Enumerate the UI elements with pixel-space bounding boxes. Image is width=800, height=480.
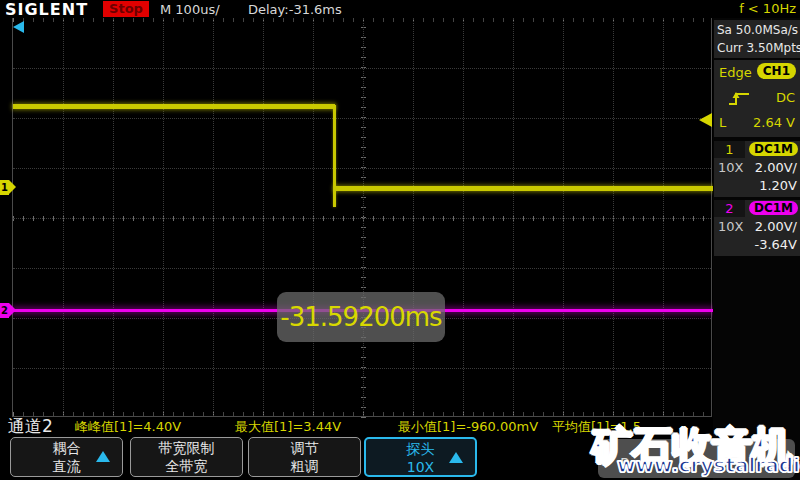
trigger-info-box: Edge CH1 DC L 2.64 V <box>714 60 800 137</box>
softkey-bandwidth-title: 带宽限制 <box>131 440 242 458</box>
grid-hline <box>13 268 711 269</box>
ch1-trace-high-segment <box>13 104 335 109</box>
ch1-number: 1 <box>714 141 745 158</box>
ch1-probe-ratio: 10X <box>718 160 743 175</box>
grid-vline <box>613 18 614 416</box>
ch1-ground-marker: 1 <box>0 180 9 195</box>
top-status-bar: SIGLENT Stop M 100us/ Delay:-31.6ms f < … <box>0 0 800 18</box>
graticule <box>12 17 712 417</box>
measurement-pkpk: 峰峰值[1]=4.40V <box>75 418 181 436</box>
ch1-offset: 1.20V <box>759 178 797 193</box>
watermark-url: www.crystalradio.cn <box>617 453 800 477</box>
grid-vline <box>513 18 514 416</box>
ch2-number: 2 <box>714 200 745 217</box>
grid-vline <box>563 18 564 416</box>
ch2-probe-ratio: 10X <box>718 219 743 234</box>
ch1-trace-low-segment <box>334 186 713 191</box>
grid-vline <box>663 18 664 416</box>
ch1-info-box[interactable]: 1 DC1M 10X 2.00V/ 1.20V <box>714 141 800 197</box>
ch1-coupling-badge: DC1M <box>749 142 798 156</box>
delay-overlay-box: -31.59200ms <box>277 292 445 342</box>
softkey-bandwidth-limit[interactable]: 带宽限制 全带宽 <box>130 437 243 477</box>
delay-readout: Delay:-31.6ms <box>248 2 342 17</box>
run-state-badge[interactable]: Stop <box>103 1 149 17</box>
grid-vline <box>163 18 164 416</box>
trigger-position-marker-icon <box>13 21 24 33</box>
softkey-bandwidth-value: 全带宽 <box>131 458 242 476</box>
rising-edge-icon <box>727 90 751 112</box>
grid-vline <box>213 18 214 416</box>
trigger-coupling: DC <box>776 90 795 105</box>
grid-vline <box>63 18 64 416</box>
grid-hline <box>13 168 711 169</box>
up-arrow-icon <box>449 452 463 463</box>
softkey-probe[interactable]: 探头 10X <box>364 437 477 477</box>
ch2-volts-per-div: 2.00V/ <box>755 219 797 234</box>
grid-vline <box>263 18 264 416</box>
grid-hline <box>13 68 711 69</box>
delay-overlay-value: -31.59200ms <box>280 302 441 332</box>
memory-depth: Curr 3.50Mpts <box>717 39 797 57</box>
grid-vline <box>113 18 114 416</box>
grid-hline <box>13 218 711 219</box>
softkey-adjust-title: 调节 <box>249 440 360 458</box>
trigger-frequency-readout: f < 10Hz <box>739 1 796 16</box>
trigger-level-marker-icon <box>699 113 712 127</box>
trigger-source-badge: CH1 <box>757 63 796 79</box>
ch1-volts-per-div: 2.00V/ <box>755 160 797 175</box>
up-arrow-icon <box>96 451 110 462</box>
right-info-panel: Sa 50.0MSa/s Curr 3.50Mpts Edge CH1 DC L… <box>713 18 800 480</box>
grid-vline <box>413 18 414 416</box>
siglent-logo: SIGLENT <box>5 0 88 19</box>
grid-vline <box>363 18 364 416</box>
softkey-adjust-value: 粗调 <box>249 458 360 476</box>
menu-title: 通道2 <box>8 415 53 438</box>
ch2-coupling-badge: DC1M <box>749 201 798 215</box>
softkey-coupling[interactable]: 耦合 直流 <box>10 437 123 477</box>
trigger-level-value: 2.64 V <box>753 115 795 130</box>
grid-hline <box>13 368 711 369</box>
ch1-trace-falling-edge <box>333 105 336 207</box>
measurement-min: 最小值[1]=-960.00mV <box>398 418 538 436</box>
trigger-level-label: L <box>719 115 726 130</box>
timebase-readout: M 100us/ <box>160 2 220 17</box>
trigger-type: Edge <box>719 65 752 80</box>
grid-vline <box>463 18 464 416</box>
ch2-info-box[interactable]: 2 DC1M 10X 2.00V/ -3.64V <box>714 200 800 256</box>
grid-vline <box>313 18 314 416</box>
softkey-adjust[interactable]: 调节 粗调 <box>248 437 361 477</box>
measurement-max: 最大值[1]=3.44V <box>235 418 341 436</box>
acquisition-info-box: Sa 50.0MSa/s Curr 3.50Mpts <box>714 20 800 58</box>
ch2-offset: -3.64V <box>754 237 797 252</box>
sample-rate: Sa 50.0MSa/s <box>717 21 797 39</box>
ch2-ground-marker: 2 <box>0 303 9 318</box>
grid-hline <box>13 118 711 119</box>
